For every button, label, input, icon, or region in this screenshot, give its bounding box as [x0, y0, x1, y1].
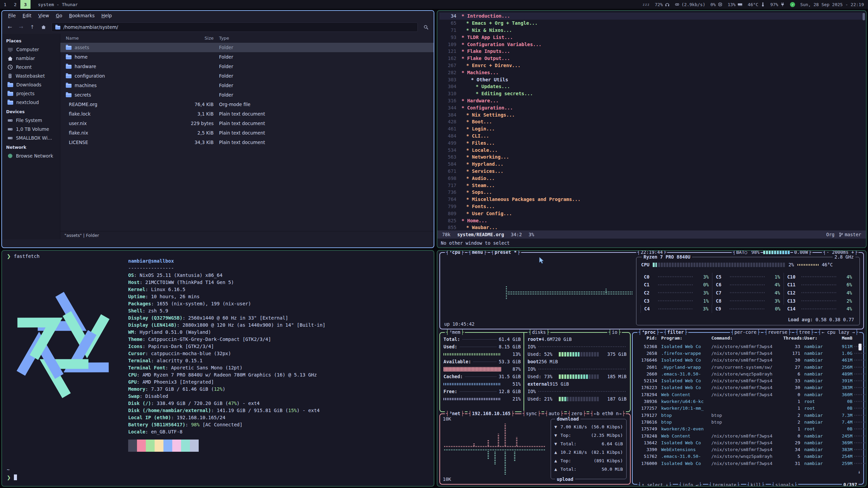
file-row[interactable]: hardware Folder [60, 62, 434, 71]
process-row[interactable]: 177257 kworker/10:1-mm_ 1 root 0B 0.0 [636, 405, 854, 412]
process-row[interactable]: 176646 Isolated Web Co /nix/store/sm8fmr… [636, 357, 854, 364]
menu-item[interactable]: Edit [19, 12, 35, 20]
process-row[interactable]: 13642 Isolated Web Co /nix/store/sm8fmrf… [636, 439, 854, 446]
sidebar-item-browse-network[interactable]: Browse Network [2, 151, 60, 160]
mem-tab[interactable]: ┤²mem├ [445, 329, 465, 335]
file-row[interactable]: machines Folder [60, 81, 434, 90]
home-button[interactable] [38, 22, 48, 32]
panel-tab[interactable]: ┤sync├ [521, 411, 541, 416]
sidebar-item-home[interactable]: nambiar [2, 54, 60, 63]
sidebar-item-computer[interactable]: Computer [2, 45, 60, 54]
menu-item[interactable]: File [5, 12, 19, 20]
path-bar[interactable]: /home/nambiar/system/ [52, 22, 418, 32]
mem-total: 61.4 GiB [499, 337, 521, 342]
proc-action-button[interactable]: ┤info ↵├ [678, 482, 703, 487]
sidebar-item-downloads[interactable]: Downloads [2, 80, 60, 89]
sidebar-item-projects[interactable]: projects [2, 89, 60, 98]
idle-inhibit-indicator[interactable]: zzz [643, 3, 650, 6]
process-row[interactable]: 52134 Isolated Web Co /nix/store/sm8fmrf… [636, 377, 854, 384]
process-row[interactable]: 38936 kworker/u64:6-kc 1 root 0B 0.0 [636, 398, 854, 405]
panel-tab[interactable]: ┤⁴proc├ [637, 329, 660, 335]
file-row[interactable]: secrets Folder [60, 90, 434, 100]
temperature-module[interactable]: 46°C [748, 2, 765, 7]
battery-module[interactable]: 97% [770, 2, 785, 7]
panel-tab[interactable]: ┤←b eth0 n→├ [589, 411, 626, 416]
sidebar-item-smallbox[interactable]: SMALLBOX Wi... [2, 134, 60, 142]
panel-tab[interactable]: ┤preset *├ [490, 250, 521, 255]
forward-button[interactable]: → [16, 22, 26, 32]
file-row[interactable]: configuration Folder [60, 71, 434, 81]
menu-item[interactable]: Go [53, 12, 66, 20]
line-number: 461 [439, 126, 456, 131]
disks-tab[interactable]: ┤disks├ [528, 329, 550, 335]
process-row[interactable]: 2658 .firefox-wrappe /nix/store/sm8fmrf3… [636, 350, 854, 357]
panel-tab[interactable]: ┤tree├ [794, 329, 814, 335]
menu-item[interactable]: View [35, 12, 53, 20]
sidebar-item-filesystem[interactable]: File System [2, 116, 60, 125]
process-row[interactable]: 176223 Isolated Web Co /nix/store/sm8fmr… [636, 384, 854, 391]
menu-item[interactable]: Bookmarks [66, 12, 98, 20]
process-row[interactable]: 178616 btop btop 2 nambiar 7.4M 0.0 [636, 419, 854, 425]
sidebar-item-volume[interactable]: 1,0 TB Volume [2, 125, 60, 134]
column-name[interactable]: Name [60, 36, 181, 41]
process-row[interactable]: 176000 Isolated Web Co /nix/store/sm8fmr… [636, 460, 854, 467]
panel-tab[interactable]: ┤auto├ [544, 411, 564, 416]
workspace-button[interactable]: 3 [20, 0, 31, 9]
file-row[interactable]: assets Folder [60, 43, 434, 52]
proc-action-button[interactable]: ┤kill├ [746, 482, 766, 487]
cpu-module[interactable]: 0% [710, 2, 723, 7]
panel-tab[interactable]: ┤192.168.10.165├ [468, 411, 515, 416]
panel-tab[interactable]: ┤zero├ [567, 411, 587, 416]
panel-tab[interactable]: ┤filter├ [663, 329, 688, 335]
process-row[interactable]: 3390 WebExtensions /nix/store/sm8fmrf3wp… [636, 446, 854, 453]
process-row[interactable]: 52368 Isolated Web Co /nix/store/sm8fmrf… [636, 343, 854, 350]
panel-tab[interactable]: ┤menu├ [468, 250, 488, 255]
proc-action-button[interactable]: ┤terminate├ [708, 482, 741, 487]
clock[interactable]: Sun, 28 Sep 2025 - 22:19 [800, 2, 864, 7]
workspace-button[interactable]: 1 [0, 0, 10, 9]
network-module[interactable]: (2.9kb/s) [675, 2, 705, 7]
panel-tab[interactable]: ┤per-core├ [730, 329, 761, 335]
menu-item[interactable]: Help [98, 12, 115, 20]
search-button[interactable] [421, 22, 431, 32]
panel-tab[interactable]: ┤¹cpu├ [445, 250, 465, 255]
proc-scrollbar-thumb[interactable] [859, 344, 862, 350]
sidebar-item-recent[interactable]: Recent [2, 63, 60, 72]
proc-action-button[interactable]: ┤↑ select ↓├ [637, 482, 673, 487]
file-row[interactable]: flake.nix 2,5 KiB Plain text document [60, 128, 434, 138]
back-button[interactable]: ← [5, 22, 15, 32]
process-row[interactable]: 2660 .emacs-31.0.50- /nix/store/wnqz5pa8… [636, 370, 854, 377]
process-row[interactable]: 179127 btop btop 2 nambiar 7.3M 0.0 [636, 412, 854, 419]
panel-tab[interactable]: ┤reverse├ [764, 329, 792, 335]
column-type[interactable]: Type [214, 36, 434, 41]
scrollbar-thumb[interactable] [863, 13, 865, 20]
process-threads: 31 [783, 461, 800, 466]
process-row[interactable]: 2601 .Hyprland-wrapp /run/current-system… [636, 364, 854, 370]
line-number: 316 [439, 98, 456, 103]
net-stat-row: ▼Total:6.64 GiB [551, 440, 626, 448]
process-row[interactable]: 51762 .emacs-31.0.50- /nix/store/wnqz5pa… [636, 453, 854, 460]
file-row[interactable]: home Folder [60, 52, 434, 62]
memory-module[interactable]: 13% [728, 2, 743, 7]
process-row[interactable]: 178294 Web Content /nix/store/sm8fmrf3wp… [636, 391, 854, 398]
workspace-button[interactable]: 2 [10, 0, 20, 9]
sidebar-item-nextcloud[interactable]: nextcloud [2, 98, 60, 107]
file-row[interactable]: LICENSE 34,3 KiB Plain text document [60, 138, 434, 147]
panel-tab[interactable]: ┤← cpu lazy →├ [817, 329, 859, 335]
proc-action-button[interactable]: ┤signals├ [771, 482, 798, 487]
panel-tab[interactable]: ┤³net├ [445, 411, 465, 416]
file-row[interactable]: user.nix 229 bytes Plain text document [60, 119, 434, 128]
check-circle-icon[interactable]: ✓ [790, 2, 795, 7]
process-row[interactable]: 178248 Web Content /nix/store/sm8fmrf3wp… [636, 432, 854, 439]
volume-module[interactable]: 72% [655, 2, 669, 7]
process-row[interactable]: 175749 kworker/6:2-even 1 root 0B 0.0 [636, 426, 854, 432]
column-size[interactable]: Size [181, 36, 214, 41]
shell-prompt[interactable]: ❯ [7, 474, 17, 480]
sidebar-item-wastebasket[interactable]: Wastebasket [2, 72, 60, 80]
io-tab[interactable]: ┤io├ [607, 329, 622, 335]
file-row[interactable]: flake.lock 3,1 KiB Plain text document [60, 109, 434, 119]
process-mem: 245M [835, 433, 852, 439]
info-key: Host [128, 280, 140, 287]
file-row[interactable]: README.org 76,4 KiB Org-mode file [60, 100, 434, 109]
up-button[interactable]: ↑ [27, 22, 37, 32]
